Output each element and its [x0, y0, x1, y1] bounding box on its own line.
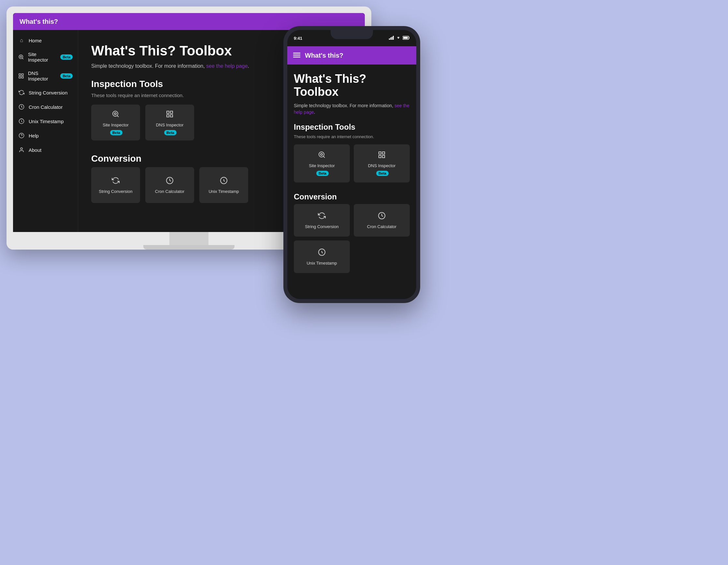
- tool-dns-inspector-badge: Beta: [164, 130, 177, 135]
- string-conversion-icon: [18, 89, 25, 96]
- svg-rect-17: [167, 115, 169, 117]
- phone-tool-dns-inspector[interactable]: DNS Inspector Beta: [354, 144, 410, 182]
- phone-screen: 9:41 What's this? What's This? T: [287, 30, 416, 299]
- svg-rect-33: [379, 152, 381, 154]
- phone-status-bar: 9:41: [287, 30, 416, 46]
- sidebar-item-help[interactable]: Help: [13, 128, 78, 143]
- phone-titlebar: What's this?: [287, 46, 416, 64]
- sidebar-label-home: Home: [29, 38, 42, 43]
- phone-dns-inspector-icon: [378, 151, 386, 161]
- tool-site-inspector-icon: [112, 110, 120, 120]
- tool-string-conversion-icon: [112, 176, 120, 186]
- sidebar-item-string-conversion[interactable]: String Conversion: [13, 85, 78, 100]
- svg-rect-21: [389, 38, 390, 40]
- tool-site-inspector-badge: Beta: [110, 130, 122, 135]
- phone-cron-calculator-label: Cron Calculator: [367, 224, 396, 229]
- tool-dns-inspector-label: DNS Inspector: [156, 122, 184, 127]
- phone-subtitle-text: Simple technology toolbox. For more info…: [294, 103, 394, 108]
- svg-rect-34: [382, 152, 385, 154]
- signal-icon: [389, 36, 394, 41]
- tool-dns-inspector-icon: [166, 110, 174, 120]
- about-icon: [18, 147, 25, 153]
- hamburger-icon[interactable]: [293, 52, 300, 59]
- phone-dns-inspector-label: DNS Inspector: [368, 163, 396, 168]
- subtitle-text: Simple technology toolbox. For more info…: [91, 63, 206, 69]
- phone-title: What's this?: [305, 52, 343, 59]
- wifi-icon: [396, 36, 401, 41]
- svg-rect-4: [22, 74, 23, 75]
- svg-point-14: [114, 113, 116, 115]
- desktop-base: [143, 245, 235, 249]
- phone-time: 9:41: [294, 36, 302, 41]
- phone-tool-site-inspector[interactable]: Site Inspector Beta: [294, 144, 350, 182]
- help-icon: [18, 132, 25, 139]
- svg-line-31: [323, 156, 325, 158]
- unix-timestamp-icon: [18, 118, 25, 124]
- phone-tool-string-conversion[interactable]: String Conversion: [294, 204, 350, 236]
- tool-string-conversion-label: String Conversion: [99, 189, 132, 194]
- sidebar-label-about: About: [29, 147, 41, 153]
- tool-cron-calculator-label: Cron Calculator: [155, 189, 184, 194]
- sidebar-label-dns-inspector: DNS Inspector: [28, 70, 55, 81]
- phone-mockup: 9:41 What's this? What's This? T: [283, 26, 420, 303]
- svg-line-1: [22, 58, 23, 59]
- svg-rect-22: [390, 37, 391, 40]
- sidebar-item-home[interactable]: ⌂ Home: [13, 33, 78, 48]
- sidebar-item-dns-inspector[interactable]: DNS Inspector Beta: [13, 66, 78, 85]
- help-link[interactable]: see the help page: [206, 63, 248, 69]
- phone-status-right: [389, 36, 410, 41]
- site-inspector-icon: [18, 54, 24, 60]
- svg-point-2: [20, 56, 22, 58]
- home-icon: ⌂: [18, 37, 25, 44]
- phone-tool-cron-calculator[interactable]: Cron Calculator: [354, 204, 410, 236]
- sidebar-item-unix-timestamp[interactable]: Unix Timestamp: [13, 114, 78, 128]
- svg-rect-35: [379, 155, 381, 158]
- phone-tool-unix-timestamp[interactable]: Unix Timestamp: [294, 240, 350, 273]
- phone-site-inspector-badge: Beta: [316, 171, 329, 176]
- tool-card-cron-calculator[interactable]: Cron Calculator: [145, 167, 194, 203]
- tool-site-inspector-label: Site Inspector: [103, 122, 129, 127]
- sidebar-item-cron-calculator[interactable]: Cron Calculator: [13, 100, 78, 114]
- sidebar-label-site-inspector: Site Inspector: [28, 51, 55, 63]
- cron-calculator-icon: [18, 104, 25, 110]
- tool-card-site-inspector[interactable]: Site Inspector Beta: [91, 105, 140, 140]
- svg-rect-23: [392, 37, 393, 40]
- sidebar-item-about[interactable]: About: [13, 143, 78, 157]
- sidebar: ⌂ Home Site Inspector Beta DNS Inspector…: [13, 30, 78, 232]
- sidebar-item-site-inspector[interactable]: Site Inspector Beta: [13, 48, 78, 66]
- svg-line-13: [117, 115, 119, 117]
- phone-dns-inspector-badge: Beta: [376, 171, 389, 176]
- site-inspector-badge: Beta: [60, 54, 73, 60]
- phone-page-title: What's This? Toolbox: [294, 72, 410, 98]
- svg-rect-16: [170, 111, 173, 113]
- phone-conversion-tools-grid: String Conversion Cron Calculator Unix T…: [294, 204, 410, 273]
- svg-rect-24: [393, 36, 394, 40]
- svg-rect-18: [170, 115, 173, 117]
- tool-unix-timestamp-label: Unix Timestamp: [208, 189, 239, 194]
- svg-rect-5: [19, 77, 21, 78]
- phone-string-conversion-icon: [318, 212, 326, 221]
- phone-subtitle: Simple technology toolbox. For more info…: [294, 103, 410, 115]
- phone-inspection-subtitle: These tools require an internet connecti…: [294, 134, 410, 139]
- desktop-title: What's this?: [20, 18, 58, 25]
- svg-rect-36: [382, 155, 385, 158]
- tool-card-dns-inspector[interactable]: DNS Inspector Beta: [145, 105, 194, 140]
- svg-rect-26: [403, 37, 408, 39]
- phone-unix-timestamp-label: Unix Timestamp: [307, 261, 337, 265]
- svg-rect-3: [19, 74, 21, 75]
- tool-card-string-conversion[interactable]: String Conversion: [91, 167, 140, 203]
- phone-conversion-title: Conversion: [294, 192, 410, 201]
- tool-card-unix-timestamp[interactable]: Unix Timestamp: [199, 167, 248, 203]
- phone-inspection-tools-grid: Site Inspector Beta DNS Inspector Beta: [294, 144, 410, 182]
- phone-string-conversion-label: String Conversion: [305, 224, 338, 229]
- svg-rect-15: [167, 111, 169, 113]
- phone-site-inspector-label: Site Inspector: [309, 163, 335, 168]
- svg-point-12: [113, 111, 118, 116]
- phone-body: What's This? Toolbox Simple technology t…: [287, 64, 416, 299]
- svg-point-30: [319, 152, 324, 157]
- battery-icon: [403, 36, 410, 41]
- svg-rect-6: [22, 77, 23, 78]
- phone-cron-calculator-icon: [378, 212, 386, 221]
- sidebar-label-cron-calculator: Cron Calculator: [29, 104, 63, 110]
- phone-notch: [331, 30, 373, 39]
